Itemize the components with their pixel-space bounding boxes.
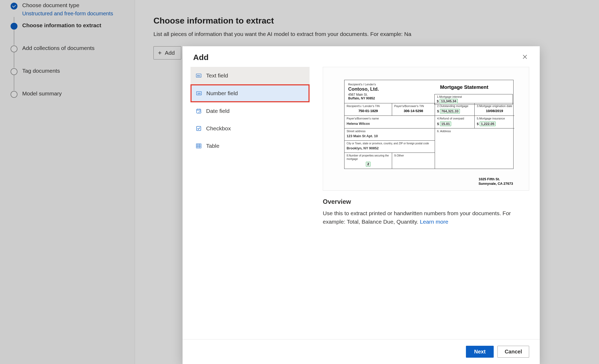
doc-cell-label: 6. Address bbox=[437, 130, 451, 133]
doc-cell-label: 8.Number of properties securing the mort… bbox=[347, 154, 389, 160]
close-icon bbox=[522, 54, 528, 59]
doc-cell-label: Street address bbox=[347, 130, 366, 133]
doc-title: Mortgage Statement bbox=[434, 81, 494, 94]
doc-cell-label: Payer's/Borrower's TIN bbox=[394, 104, 424, 108]
doc-cell-value: 750-01-1829 bbox=[347, 109, 390, 113]
field-type-checkbox[interactable]: Checkbox bbox=[190, 120, 310, 137]
svg-rect-10 bbox=[196, 144, 201, 148]
doc-cell-label: 2.Outstanding mortgage bbox=[437, 104, 468, 108]
text-field-icon: Abc bbox=[196, 72, 202, 79]
doc-address6-value: 1025 Fifth St. Sunnyvale, CA 27673 bbox=[479, 177, 513, 186]
doc-cell-label: 1.Mortgage interest bbox=[437, 95, 462, 98]
preview-document: Recipient's / Lender's Contoso, Ltd. 456… bbox=[323, 67, 529, 191]
modal-footer: Next Cancel bbox=[183, 339, 540, 364]
learn-more-link[interactable]: Learn more bbox=[420, 219, 448, 225]
field-type-label: Date field bbox=[206, 108, 230, 114]
doc-cell-label: 5.Mortgage insurance bbox=[477, 117, 505, 120]
modal-header: Add bbox=[183, 46, 540, 64]
doc-cell-value: Brooklyn, NY 90852 bbox=[347, 146, 433, 150]
doc-cell-value: 306-14-5298 bbox=[394, 109, 433, 113]
table-icon bbox=[196, 143, 202, 149]
svg-text:123: 123 bbox=[197, 93, 201, 94]
number-field-icon: 123 bbox=[196, 90, 202, 96]
preview-column: Recipient's / Lender's Contoso, Ltd. 456… bbox=[323, 67, 529, 331]
overview-section: Overview Use this to extract printed or … bbox=[323, 198, 529, 226]
overview-title: Overview bbox=[323, 198, 529, 205]
doc-cell-label: Recipient's / Lender's TIN bbox=[347, 104, 380, 108]
field-type-label: Checkbox bbox=[206, 125, 231, 132]
highlighted-value: 15.01 bbox=[440, 122, 451, 126]
checkbox-icon bbox=[196, 125, 202, 132]
modal-title: Add bbox=[193, 53, 208, 62]
field-type-number[interactable]: 123 Number field bbox=[190, 84, 310, 102]
highlighted-value: 2 bbox=[366, 162, 370, 167]
field-type-list: Abc Text field 123 Number field Date fie… bbox=[190, 67, 310, 331]
cancel-button[interactable]: Cancel bbox=[497, 346, 529, 358]
field-type-label: Number field bbox=[206, 90, 238, 96]
close-button[interactable] bbox=[521, 53, 529, 62]
field-type-label: Text field bbox=[206, 72, 228, 79]
highlighted-value: 1,222.05 bbox=[480, 122, 496, 126]
field-type-label: Table bbox=[206, 143, 219, 149]
doc-cell-value: 10/08/2019 bbox=[477, 109, 512, 113]
add-field-modal: Add Abc Text field 123 Number field bbox=[183, 46, 540, 364]
doc-cell-label: 4.Refund of overpaid bbox=[437, 117, 464, 120]
doc-cell-label: 9.Other bbox=[394, 154, 404, 157]
highlighted-value: 764,321.33 bbox=[440, 109, 460, 114]
overview-text: Use this to extract printed or handwritt… bbox=[323, 210, 511, 225]
svg-rect-9 bbox=[197, 126, 201, 131]
highlighted-value: 13,345.34 bbox=[440, 99, 458, 103]
doc-cell-label: Payer's/Borrower's name bbox=[347, 117, 379, 120]
svg-text:Abc: Abc bbox=[197, 75, 200, 77]
next-button[interactable]: Next bbox=[466, 346, 494, 358]
field-type-date[interactable]: Date field bbox=[190, 102, 310, 120]
doc-cell-value: 123 Main St Apt. 10 bbox=[347, 134, 433, 138]
doc-cell-label: 3.Mortgage origination date bbox=[477, 104, 512, 108]
doc-cell-value: Helena Wilcox bbox=[347, 122, 433, 126]
date-field-icon bbox=[196, 108, 202, 114]
field-type-text[interactable]: Abc Text field bbox=[190, 67, 310, 84]
doc-cell-label: City or Town, state or province, country… bbox=[347, 142, 429, 145]
field-type-table[interactable]: Table bbox=[190, 137, 310, 155]
